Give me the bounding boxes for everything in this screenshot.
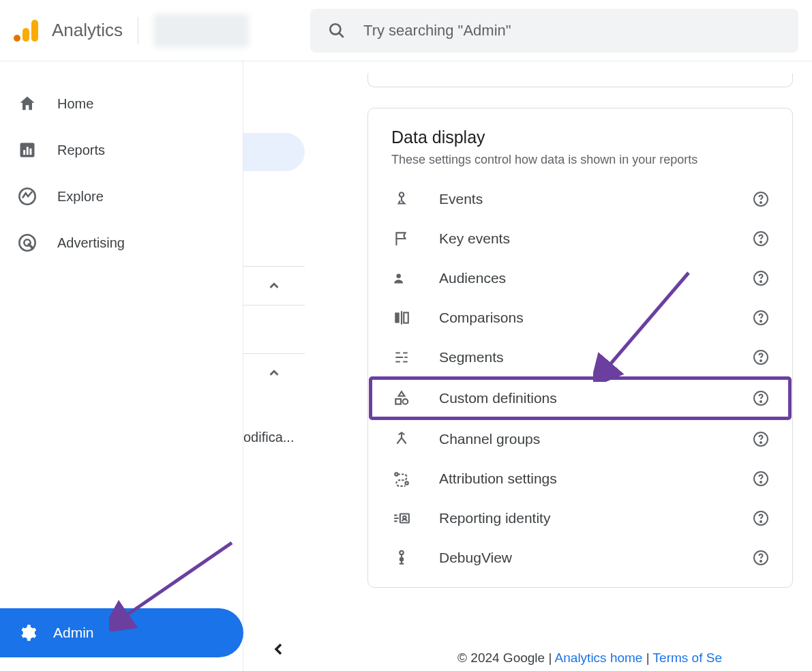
help-icon[interactable] [753,349,769,366]
segment-icon [391,347,412,368]
footer-link-terms[interactable]: Terms of Se [653,651,722,665]
svg-rect-20 [395,312,400,323]
card-subtitle: These settings control how data is shown… [368,153,792,179]
row-comparisons[interactable]: Comparisons [368,298,792,338]
row-audiences[interactable]: Audiences [368,258,792,298]
card-title: Data display [368,128,792,153]
divider [138,17,138,44]
svg-point-2 [14,35,20,42]
svg-point-42 [400,558,403,561]
sidebar-item-label: Explore [57,189,104,205]
row-label: DebugView [439,550,725,566]
row-debugview[interactable]: DebugView [368,538,792,578]
gear-icon [18,623,37,642]
help-icon[interactable] [753,191,769,207]
help-icon[interactable] [753,390,769,406]
sidebar-item-home[interactable]: Home [0,80,243,127]
search-input[interactable] [363,22,781,40]
flag-icon [391,228,412,249]
brand-title: Analytics [52,20,123,41]
row-label: Audiences [439,270,725,286]
svg-rect-21 [401,311,402,325]
footer: © 2024 Google | Analytics home | Terms o… [367,651,812,666]
collapse-toggle[interactable] [243,267,305,305]
sidebar-item-reports[interactable]: Reports [0,127,243,173]
svg-rect-27 [395,399,401,404]
svg-rect-22 [404,312,408,323]
row-key-events[interactable]: Key events [368,219,792,258]
row-attribution-settings[interactable]: Attribution settings [368,459,792,498]
svg-rect-1 [22,28,29,42]
row-label: Segments [439,349,725,366]
row-label: Attribution settings [439,471,725,487]
card-fragment [367,74,793,87]
analytics-logo-icon [14,17,41,44]
row-label: Events [439,191,725,207]
footer-link-home[interactable]: Analytics home [555,651,643,665]
svg-point-30 [760,401,762,402]
secondary-panel: odifica... [243,61,305,671]
svg-point-24 [760,320,762,322]
svg-point-44 [760,561,762,562]
row-channel-groups[interactable]: Channel groups [368,419,792,459]
row-events[interactable]: Events [368,179,792,219]
app-header: Analytics [0,0,812,61]
svg-point-32 [760,442,762,443]
svg-point-40 [760,521,762,522]
help-icon[interactable] [753,471,769,487]
selected-subnav[interactable] [243,133,305,171]
sidebar-item-explore[interactable]: Explore [0,173,243,220]
advertising-icon [18,233,37,252]
svg-rect-0 [31,20,38,42]
sidebar-item-label: Admin [53,625,94,641]
collapse-toggle[interactable] [243,354,305,392]
row-label: Key events [439,230,725,247]
debug-icon [391,548,412,568]
svg-point-12 [400,192,404,197]
row-label: Custom definitions [439,390,725,406]
back-icon[interactable] [271,641,287,657]
reports-icon [18,140,37,160]
svg-point-41 [400,551,403,554]
path-icon [391,468,412,489]
help-icon[interactable] [753,310,769,326]
home-icon [18,94,37,113]
search-icon [328,22,346,40]
sidebar-item-label: Home [57,96,93,112]
touch-icon [391,189,412,209]
sidebar-item-admin[interactable]: Admin [0,608,243,657]
sidebar-item-label: Reports [57,143,105,158]
svg-point-28 [403,399,408,404]
help-icon[interactable] [753,431,769,447]
svg-rect-8 [30,149,32,155]
svg-rect-6 [23,150,25,155]
row-segments[interactable]: Segments [368,338,792,377]
svg-point-14 [760,202,762,203]
sidebar-item-advertising[interactable]: Advertising [0,220,243,266]
identity-icon [391,508,412,528]
merge-icon [391,429,412,449]
row-custom-definitions[interactable]: Custom definitions [371,378,790,418]
svg-point-19 [760,281,762,282]
truncated-label: odifica... [243,430,294,445]
svg-point-36 [760,481,762,483]
account-selector[interactable] [153,14,249,48]
primary-sidebar: Home Reports Explore Advertising [0,61,243,671]
compare-icon [391,308,412,328]
row-label: Reporting identity [439,510,725,526]
row-reporting-identity[interactable]: Reporting identity [368,498,792,538]
logo-block: Analytics [14,17,123,44]
svg-rect-7 [27,147,29,155]
svg-point-34 [405,481,408,484]
help-icon[interactable] [753,270,769,286]
row-label: Channel groups [439,431,725,447]
help-icon[interactable] [753,510,769,526]
help-icon[interactable] [753,230,769,247]
help-icon[interactable] [753,550,769,566]
search-bar[interactable] [310,9,798,53]
shapes-icon [391,388,412,408]
svg-point-16 [760,241,762,243]
svg-point-38 [403,516,406,519]
svg-point-17 [396,274,401,279]
svg-point-26 [760,360,762,361]
